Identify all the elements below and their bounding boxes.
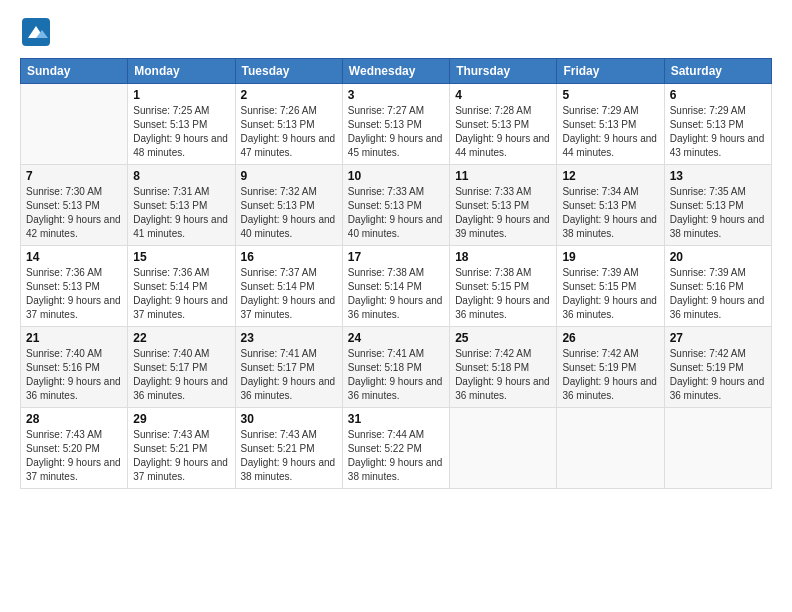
calendar-cell: 23Sunrise: 7:41 AMSunset: 5:17 PMDayligh…	[235, 327, 342, 408]
weekday-header-wednesday: Wednesday	[342, 59, 449, 84]
day-info: Sunrise: 7:34 AMSunset: 5:13 PMDaylight:…	[562, 185, 658, 241]
weekday-header-sunday: Sunday	[21, 59, 128, 84]
calendar-week-2: 7Sunrise: 7:30 AMSunset: 5:13 PMDaylight…	[21, 165, 772, 246]
day-info: Sunrise: 7:42 AMSunset: 5:19 PMDaylight:…	[670, 347, 766, 403]
day-number: 4	[455, 88, 551, 102]
day-number: 24	[348, 331, 444, 345]
calendar-cell: 2Sunrise: 7:26 AMSunset: 5:13 PMDaylight…	[235, 84, 342, 165]
weekday-header-saturday: Saturday	[664, 59, 771, 84]
day-number: 14	[26, 250, 122, 264]
day-number: 19	[562, 250, 658, 264]
day-number: 8	[133, 169, 229, 183]
calendar-table: SundayMondayTuesdayWednesdayThursdayFrid…	[20, 58, 772, 489]
calendar-cell: 26Sunrise: 7:42 AMSunset: 5:19 PMDayligh…	[557, 327, 664, 408]
day-number: 26	[562, 331, 658, 345]
day-info: Sunrise: 7:43 AMSunset: 5:21 PMDaylight:…	[133, 428, 229, 484]
day-info: Sunrise: 7:41 AMSunset: 5:17 PMDaylight:…	[241, 347, 337, 403]
weekday-header-friday: Friday	[557, 59, 664, 84]
day-number: 9	[241, 169, 337, 183]
day-info: Sunrise: 7:38 AMSunset: 5:14 PMDaylight:…	[348, 266, 444, 322]
calendar-cell: 27Sunrise: 7:42 AMSunset: 5:19 PMDayligh…	[664, 327, 771, 408]
calendar-cell: 22Sunrise: 7:40 AMSunset: 5:17 PMDayligh…	[128, 327, 235, 408]
day-number: 29	[133, 412, 229, 426]
day-number: 3	[348, 88, 444, 102]
day-number: 11	[455, 169, 551, 183]
day-info: Sunrise: 7:36 AMSunset: 5:13 PMDaylight:…	[26, 266, 122, 322]
day-number: 12	[562, 169, 658, 183]
day-info: Sunrise: 7:43 AMSunset: 5:21 PMDaylight:…	[241, 428, 337, 484]
calendar-week-1: 1Sunrise: 7:25 AMSunset: 5:13 PMDaylight…	[21, 84, 772, 165]
day-info: Sunrise: 7:41 AMSunset: 5:18 PMDaylight:…	[348, 347, 444, 403]
day-number: 21	[26, 331, 122, 345]
day-info: Sunrise: 7:32 AMSunset: 5:13 PMDaylight:…	[241, 185, 337, 241]
calendar-cell: 5Sunrise: 7:29 AMSunset: 5:13 PMDaylight…	[557, 84, 664, 165]
calendar-cell: 29Sunrise: 7:43 AMSunset: 5:21 PMDayligh…	[128, 408, 235, 489]
logo	[20, 16, 56, 48]
day-info: Sunrise: 7:42 AMSunset: 5:19 PMDaylight:…	[562, 347, 658, 403]
calendar-cell: 12Sunrise: 7:34 AMSunset: 5:13 PMDayligh…	[557, 165, 664, 246]
calendar-cell: 16Sunrise: 7:37 AMSunset: 5:14 PMDayligh…	[235, 246, 342, 327]
day-number: 1	[133, 88, 229, 102]
day-info: Sunrise: 7:28 AMSunset: 5:13 PMDaylight:…	[455, 104, 551, 160]
page-container: SundayMondayTuesdayWednesdayThursdayFrid…	[0, 0, 792, 499]
day-number: 6	[670, 88, 766, 102]
calendar-cell	[21, 84, 128, 165]
calendar-cell: 30Sunrise: 7:43 AMSunset: 5:21 PMDayligh…	[235, 408, 342, 489]
day-info: Sunrise: 7:39 AMSunset: 5:16 PMDaylight:…	[670, 266, 766, 322]
day-info: Sunrise: 7:40 AMSunset: 5:16 PMDaylight:…	[26, 347, 122, 403]
calendar-cell: 3Sunrise: 7:27 AMSunset: 5:13 PMDaylight…	[342, 84, 449, 165]
header	[20, 16, 772, 48]
day-info: Sunrise: 7:36 AMSunset: 5:14 PMDaylight:…	[133, 266, 229, 322]
calendar-week-3: 14Sunrise: 7:36 AMSunset: 5:13 PMDayligh…	[21, 246, 772, 327]
day-number: 30	[241, 412, 337, 426]
calendar-cell: 13Sunrise: 7:35 AMSunset: 5:13 PMDayligh…	[664, 165, 771, 246]
day-number: 27	[670, 331, 766, 345]
calendar-cell	[557, 408, 664, 489]
day-info: Sunrise: 7:33 AMSunset: 5:13 PMDaylight:…	[455, 185, 551, 241]
calendar-cell	[450, 408, 557, 489]
calendar-cell: 1Sunrise: 7:25 AMSunset: 5:13 PMDaylight…	[128, 84, 235, 165]
day-number: 16	[241, 250, 337, 264]
calendar-cell: 17Sunrise: 7:38 AMSunset: 5:14 PMDayligh…	[342, 246, 449, 327]
day-info: Sunrise: 7:29 AMSunset: 5:13 PMDaylight:…	[562, 104, 658, 160]
day-info: Sunrise: 7:27 AMSunset: 5:13 PMDaylight:…	[348, 104, 444, 160]
day-number: 28	[26, 412, 122, 426]
day-info: Sunrise: 7:37 AMSunset: 5:14 PMDaylight:…	[241, 266, 337, 322]
day-number: 18	[455, 250, 551, 264]
calendar-week-5: 28Sunrise: 7:43 AMSunset: 5:20 PMDayligh…	[21, 408, 772, 489]
calendar-cell: 18Sunrise: 7:38 AMSunset: 5:15 PMDayligh…	[450, 246, 557, 327]
calendar-cell: 7Sunrise: 7:30 AMSunset: 5:13 PMDaylight…	[21, 165, 128, 246]
calendar-cell	[664, 408, 771, 489]
day-info: Sunrise: 7:31 AMSunset: 5:13 PMDaylight:…	[133, 185, 229, 241]
day-number: 31	[348, 412, 444, 426]
calendar-cell: 19Sunrise: 7:39 AMSunset: 5:15 PMDayligh…	[557, 246, 664, 327]
day-info: Sunrise: 7:30 AMSunset: 5:13 PMDaylight:…	[26, 185, 122, 241]
day-number: 5	[562, 88, 658, 102]
calendar-cell: 31Sunrise: 7:44 AMSunset: 5:22 PMDayligh…	[342, 408, 449, 489]
calendar-cell: 20Sunrise: 7:39 AMSunset: 5:16 PMDayligh…	[664, 246, 771, 327]
day-number: 23	[241, 331, 337, 345]
day-number: 10	[348, 169, 444, 183]
day-number: 7	[26, 169, 122, 183]
day-number: 2	[241, 88, 337, 102]
day-info: Sunrise: 7:40 AMSunset: 5:17 PMDaylight:…	[133, 347, 229, 403]
calendar-cell: 8Sunrise: 7:31 AMSunset: 5:13 PMDaylight…	[128, 165, 235, 246]
calendar-cell: 9Sunrise: 7:32 AMSunset: 5:13 PMDaylight…	[235, 165, 342, 246]
calendar-cell: 21Sunrise: 7:40 AMSunset: 5:16 PMDayligh…	[21, 327, 128, 408]
day-info: Sunrise: 7:29 AMSunset: 5:13 PMDaylight:…	[670, 104, 766, 160]
calendar-cell: 4Sunrise: 7:28 AMSunset: 5:13 PMDaylight…	[450, 84, 557, 165]
day-info: Sunrise: 7:25 AMSunset: 5:13 PMDaylight:…	[133, 104, 229, 160]
calendar-cell: 14Sunrise: 7:36 AMSunset: 5:13 PMDayligh…	[21, 246, 128, 327]
day-info: Sunrise: 7:26 AMSunset: 5:13 PMDaylight:…	[241, 104, 337, 160]
day-number: 20	[670, 250, 766, 264]
day-number: 22	[133, 331, 229, 345]
day-number: 17	[348, 250, 444, 264]
calendar-cell: 25Sunrise: 7:42 AMSunset: 5:18 PMDayligh…	[450, 327, 557, 408]
day-number: 13	[670, 169, 766, 183]
logo-icon	[20, 16, 52, 48]
day-info: Sunrise: 7:44 AMSunset: 5:22 PMDaylight:…	[348, 428, 444, 484]
day-info: Sunrise: 7:35 AMSunset: 5:13 PMDaylight:…	[670, 185, 766, 241]
calendar-cell: 10Sunrise: 7:33 AMSunset: 5:13 PMDayligh…	[342, 165, 449, 246]
calendar-cell: 24Sunrise: 7:41 AMSunset: 5:18 PMDayligh…	[342, 327, 449, 408]
weekday-header-row: SundayMondayTuesdayWednesdayThursdayFrid…	[21, 59, 772, 84]
